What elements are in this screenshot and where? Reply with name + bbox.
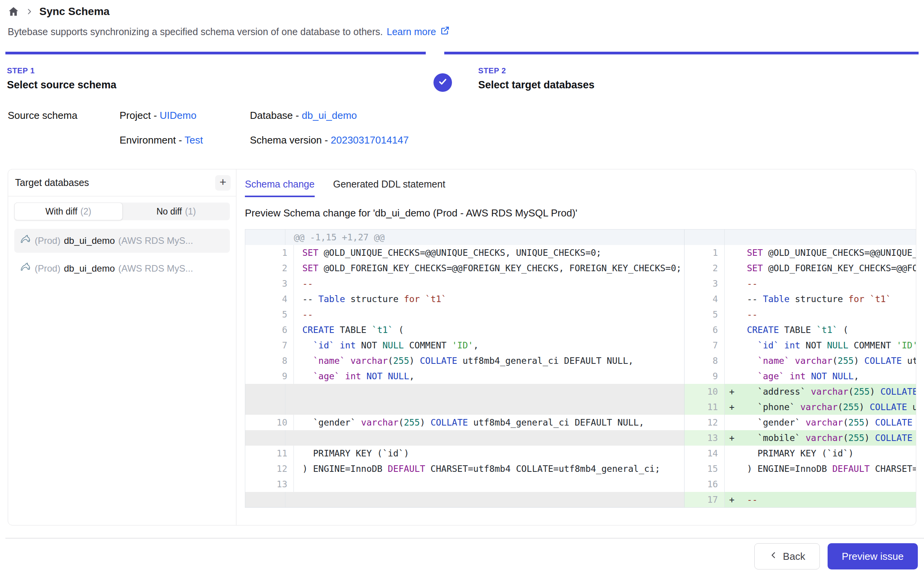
line-number <box>245 399 285 415</box>
project-link[interactable]: UIDemo <box>160 110 196 121</box>
field-separator: - <box>151 110 160 121</box>
plus-icon: + <box>219 176 226 188</box>
tab-schema-change[interactable]: Schema change <box>245 179 315 197</box>
footer-divider <box>5 538 924 539</box>
target-databases-panel: Target databases + With diff (2) No diff… <box>8 169 236 525</box>
diff-row: 10+ `address` varchar(255) COLLATE utf8m… <box>685 384 916 399</box>
line-number: 3 <box>254 276 294 291</box>
line-number: 8 <box>685 353 725 368</box>
code-line: `name` varchar(255) COLLATE utf8mb4_gene… <box>747 353 916 368</box>
chevron-left-icon <box>769 551 778 563</box>
diff-marker <box>725 368 747 384</box>
sync-schema-card: Target databases + With diff (2) No diff… <box>8 169 916 525</box>
diff-row: 12) ENGINE=InnoDB DEFAULT CHARSET=utf8mb… <box>245 461 684 476</box>
target-databases-title: Target databases <box>15 177 89 188</box>
tab-count: (2) <box>81 206 91 217</box>
code-line <box>285 492 684 507</box>
code-line: `name` varchar(255) COLLATE utf8mb4_gene… <box>294 353 684 368</box>
diff-viewer[interactable]: @@ -1,15 +1,27 @@1SET @OLD_UNIQUE_CHECKS… <box>245 229 916 508</box>
code-line: CREATE TABLE `t1` ( <box>294 322 684 338</box>
diff-marker <box>725 446 747 461</box>
preview-tabs: Schema change Generated DDL statement <box>245 179 916 197</box>
line-number <box>245 384 285 399</box>
page-title: Sync Schema <box>39 5 110 18</box>
step-2-title: Select target databases <box>478 79 595 91</box>
code-line: `mobile` varchar(255) COLLATE utf8mb4_ge… <box>747 430 916 446</box>
diff-row: 1SET @OLD_UNIQUE_CHECKS=@@UNIQUE_CHECKS,… <box>685 245 916 260</box>
step-2-label: STEP 2 <box>478 66 595 75</box>
code-line: PRIMARY KEY (`id`) <box>747 446 916 461</box>
breadcrumb: Sync Schema <box>8 4 110 19</box>
target-databases-header: Target databases + <box>8 169 236 196</box>
environment-link[interactable]: Test <box>185 134 203 146</box>
code-line <box>285 384 684 399</box>
page-description: Bytebase supports synchronizing a specif… <box>8 25 450 38</box>
step-1: STEP 1 Select source schema <box>7 66 116 91</box>
back-button[interactable]: Back <box>754 543 820 569</box>
line-number: 7 <box>685 338 725 353</box>
line-number <box>685 230 725 245</box>
diff-row: 9 `age` int NOT NULL, <box>245 368 684 384</box>
line-number <box>245 492 285 507</box>
diff-pane-target[interactable]: 1SET @OLD_UNIQUE_CHECKS=@@UNIQUE_CHECKS,… <box>685 230 916 507</box>
database-list-item[interactable]: (Prod) db_ui_demo (AWS RDS MyS... <box>14 229 230 253</box>
diff-row <box>245 399 684 415</box>
tab-count: (1) <box>185 206 196 217</box>
preview-title: Preview Schema change for 'db_ui_demo (P… <box>245 207 916 219</box>
diff-marker <box>725 338 747 353</box>
diff-row <box>245 430 684 446</box>
code-line <box>747 230 916 245</box>
diff-row: 7 `id` int NOT NULL COMMENT 'ID', <box>685 338 916 353</box>
diff-marker <box>725 245 747 260</box>
schema-change-section: Schema change Generated DDL statement Pr… <box>236 169 916 525</box>
diff-pane-source[interactable]: @@ -1,15 +1,27 @@1SET @OLD_UNIQUE_CHECKS… <box>245 230 685 507</box>
line-number: 15 <box>685 461 725 476</box>
line-number: 14 <box>685 446 725 461</box>
code-line: `gender` varchar(255) COLLATE utf8mb4_ge… <box>747 415 916 430</box>
learn-more-link[interactable]: Learn more <box>387 26 436 37</box>
step-1-title: Select source schema <box>7 79 116 91</box>
tab-generated-ddl[interactable]: Generated DDL statement <box>333 179 445 197</box>
line-number: 13 <box>254 476 294 492</box>
line-number: 13 <box>685 430 725 446</box>
diff-row: 4-- Table structure for `t1` <box>685 291 916 307</box>
database-link[interactable]: db_ui_demo <box>302 110 357 121</box>
code-line: -- <box>747 492 916 507</box>
field-separator: - <box>322 134 330 146</box>
external-link-icon[interactable] <box>440 25 450 38</box>
code-line: ) ENGINE=InnoDB DEFAULT CHARSET=utf8mb4 … <box>294 461 684 476</box>
diff-row: 16 <box>685 476 916 492</box>
diff-filter-tabs: With diff (2) No diff (1) <box>14 203 230 220</box>
diff-row: 12 `gender` varchar(255) COLLATE utf8mb4… <box>685 415 916 430</box>
tab-no-diff[interactable]: No diff (1) <box>123 203 230 220</box>
code-line: SET @OLD_FOREIGN_KEY_CHECKS=@@FOREIGN_KE… <box>294 260 684 276</box>
line-number: 5 <box>254 307 294 322</box>
code-line: -- Table structure for `t1` <box>294 291 684 307</box>
step1-progress-bar <box>5 52 426 54</box>
add-target-database-button[interactable]: + <box>215 175 231 191</box>
database-list-item[interactable]: (Prod) db_ui_demo (AWS RDS MyS... <box>14 257 230 280</box>
code-line <box>294 476 684 492</box>
preview-issue-button[interactable]: Preview issue <box>828 543 918 569</box>
chevron-right-icon <box>25 8 33 15</box>
line-number: 1 <box>685 245 725 260</box>
line-number: 11 <box>254 446 294 461</box>
diff-row: 10 `gender` varchar(255) COLLATE utf8mb4… <box>245 415 684 430</box>
target-databases-body: With diff (2) No diff (1) (Prod) db_ui_d… <box>8 196 236 291</box>
back-button-label: Back <box>783 551 805 563</box>
diff-row: 6CREATE TABLE `t1` ( <box>685 322 916 338</box>
diff-row: 17+-- <box>685 492 916 507</box>
code-line: -- <box>747 307 916 322</box>
tab-with-diff[interactable]: With diff (2) <box>14 203 123 220</box>
code-line <box>747 476 916 492</box>
code-line: @@ -1,15 +1,27 @@ <box>285 230 684 245</box>
field-name: Project <box>120 110 151 121</box>
db-instance: (AWS RDS MyS... <box>118 263 224 274</box>
diff-row: 5-- <box>245 307 684 322</box>
code-line: ) ENGINE=InnoDB DEFAULT CHARSET=utf8mb4 … <box>747 461 916 476</box>
field-environment: Environment - Test <box>120 134 203 146</box>
diff-marker <box>725 476 747 492</box>
diff-row: 8 `name` varchar(255) COLLATE utf8mb4_ge… <box>245 353 684 368</box>
home-icon[interactable] <box>8 6 19 17</box>
schema-version-link[interactable]: 20230317014147 <box>331 134 409 146</box>
